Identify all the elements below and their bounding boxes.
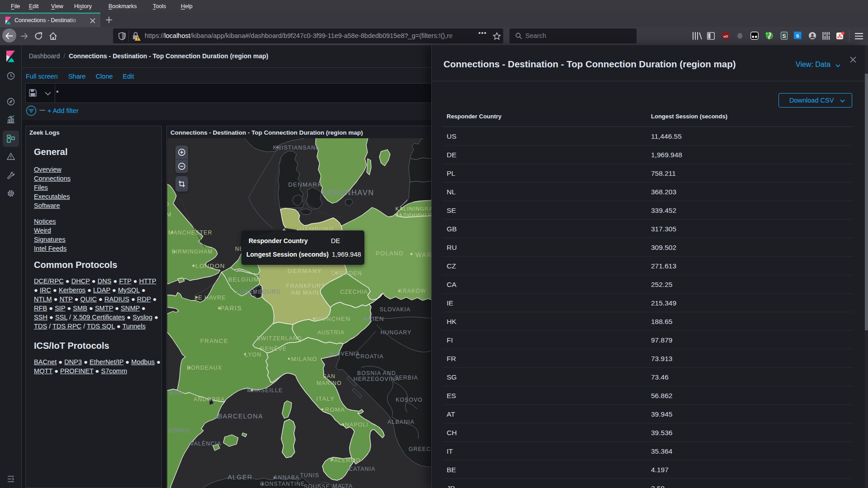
svg-text:uO: uO	[723, 34, 728, 38]
svg-text:KALININGRAD: KALININGRAD	[395, 206, 432, 212]
svg-text:ITALY: ITALY	[316, 395, 335, 402]
svg-text:s: s	[796, 33, 799, 39]
svg-text:SLOVENIA: SLOVENIA	[328, 351, 360, 357]
svg-text:NAPOLI: NAPOLI	[345, 422, 368, 428]
svg-text:KRAKÓW: KRAKÓW	[398, 287, 426, 294]
svg-text:MARSEILLE: MARSEILLE	[247, 387, 283, 394]
svg-text:CZECHIA: CZECHIA	[340, 289, 368, 295]
svg-text:MARINO: MARINO	[316, 380, 342, 386]
svg-text:SERBIA: SERBIA	[395, 375, 418, 381]
svg-text:LE HAVRE: LE HAVRE	[195, 295, 226, 301]
svg-text:KINGDOM: KINGDOM	[167, 211, 172, 218]
svg-text:UNITED: UNITED	[167, 201, 170, 207]
svg-text:SOUSSE: SOUSSE	[304, 483, 330, 488]
svg-text:MALTA: MALTA	[333, 483, 353, 488]
svg-text:SWITZERLAND: SWITZERLAND	[257, 335, 302, 342]
svg-text:BORDEAUX: BORDEAUX	[187, 365, 222, 371]
svg-text:GREECE: GREECE	[409, 446, 432, 452]
svg-text:ANDORRA: ANDORRA	[193, 396, 225, 403]
svg-text:CATANIA: CATANIA	[349, 466, 375, 472]
svg-text:KOSOVO: KOSOVO	[396, 397, 423, 403]
svg-text:FRANCE: FRANCE	[200, 338, 228, 344]
svg-text:FRANKFURT: FRANKFURT	[286, 283, 325, 289]
svg-text:SAN: SAN	[323, 373, 336, 380]
svg-text:LONDON: LONDON	[195, 263, 225, 269]
svg-text:AUSTRIA: AUSTRIA	[317, 329, 345, 336]
svg-text:GENÈVE: GENÈVE	[260, 345, 287, 352]
svg-text:MADRID: MADRID	[167, 427, 190, 434]
svg-text:LUXEMBOURG: LUXEMBOURG	[236, 289, 281, 295]
svg-text:ROMA: ROMA	[325, 406, 345, 413]
svg-text:CROATIA: CROATIA	[356, 353, 383, 360]
svg-text:BIRMINGHAM: BIRMINGHAM	[171, 249, 212, 255]
svg-text:HUNGARY: HUNGARY	[381, 329, 412, 336]
svg-text:WARSZAWA: WARSZAWA	[415, 251, 432, 258]
svg-text:SLOVAKIA: SLOVAKIA	[380, 306, 410, 313]
svg-text:BELGIUM: BELGIUM	[228, 276, 259, 283]
svg-text:BARCELONA: BARCELONA	[218, 413, 263, 420]
svg-text:PARIS: PARIS	[220, 305, 242, 312]
svg-text:WIEN: WIEN	[366, 315, 384, 322]
svg-text:GERMANY: GERMANY	[288, 267, 322, 274]
svg-text:КАЛИНИНГРАД: КАЛИНИНГРАД	[395, 212, 432, 218]
svg-text:VALÈNCIA: VALÈNCIA	[190, 440, 222, 447]
svg-text:ALGER: ALGER	[227, 474, 252, 481]
svg-text:BILBAO: BILBAO	[167, 389, 183, 396]
svg-text:MILANO: MILANO	[291, 356, 317, 362]
svg-text:TUNIS: TUNIS	[300, 472, 320, 479]
svg-text:KØBENHAVN: KØBENHAVN	[322, 189, 374, 197]
svg-text:MANCHESTER: MANCHESTER	[168, 230, 212, 236]
svg-text:LYON: LYON	[245, 352, 261, 358]
svg-text:MÜNCHEN: MÜNCHEN	[316, 315, 351, 322]
svg-text:DRESDEN: DRESDEN	[331, 270, 362, 277]
svg-text:POLAND: POLAND	[376, 250, 404, 257]
svg-text:AM MAIN: AM MAIN	[291, 290, 319, 296]
svg-text:CONSTANTINE: CONSTANTINE	[260, 481, 305, 487]
svg-text:BOSNIA AND: BOSNIA AND	[357, 370, 396, 376]
svg-text:KRISTIANSAND: KRISTIANSAND	[273, 145, 320, 151]
svg-text:ALBANIA: ALBANIA	[387, 419, 414, 425]
svg-text:HERZEGOVINA: HERZEGOVINA	[354, 376, 400, 382]
svg-text:S: S	[782, 33, 786, 39]
svg-text:ANNABA: ANNABA	[274, 474, 299, 481]
svg-text:DENMARK: DENMARK	[288, 181, 322, 188]
svg-text:PALERMO: PALERMO	[330, 457, 360, 464]
